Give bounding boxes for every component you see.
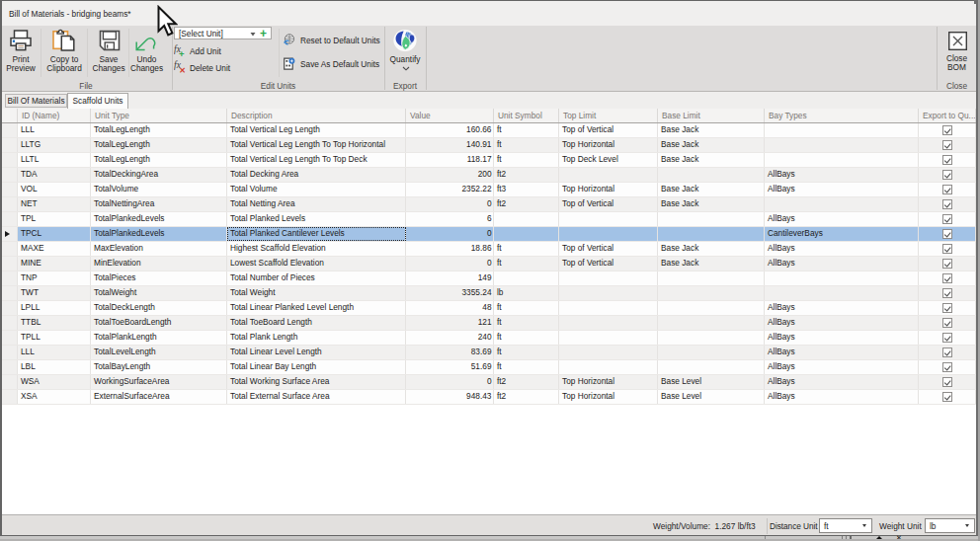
svg-text:✕: ✕ xyxy=(179,66,186,73)
svg-text:+: + xyxy=(179,48,185,57)
